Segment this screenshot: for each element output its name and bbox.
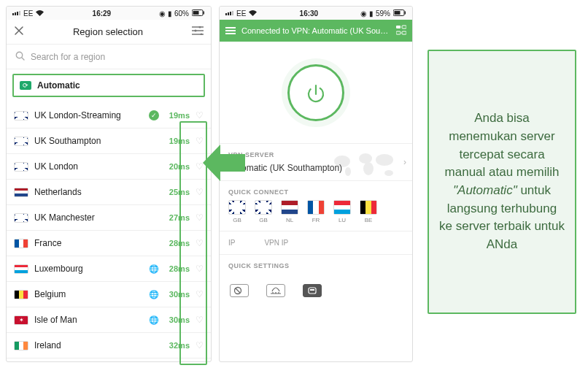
country-code: BE	[365, 217, 373, 223]
ping-value: 20ms	[165, 162, 190, 171]
flag-icon	[14, 341, 28, 350]
favorite-icon[interactable]: ♡	[196, 315, 204, 325]
close-icon[interactable]	[14, 26, 24, 38]
favorite-icon[interactable]: ♡	[196, 238, 204, 248]
svg-rect-1	[204, 11, 205, 14]
server-list[interactable]: UK London-Streaming✓19ms♡UK Southampton1…	[7, 103, 211, 361]
flag-icon	[14, 188, 28, 197]
server-row[interactable]: Luxembourg🌐28ms♡	[7, 256, 211, 282]
svg-rect-13	[402, 31, 406, 34]
power-button[interactable]	[287, 64, 344, 121]
automatic-option[interactable]: ⟳ Automatic	[12, 74, 205, 97]
ip-panel: IP VPN IP	[220, 231, 412, 255]
country-code: FR	[312, 217, 320, 223]
quick-connect-panel: QUICK CONNECT GBGBNLFRLUBE	[220, 181, 412, 231]
annotation-text: Anda bisa menemukan server tercepat seca…	[439, 110, 565, 253]
flag-icon	[14, 111, 28, 120]
vpn-server-panel[interactable]: VPN SERVER Automatic (UK Southampton) ›	[220, 144, 412, 181]
status-bar: EE 16:29 ◉ ▮ 60%	[7, 7, 211, 20]
flag-icon	[281, 200, 298, 215]
automatic-icon: ⟳	[20, 81, 31, 90]
server-name: Ireland	[34, 340, 159, 350]
globe-icon: 🌐	[149, 290, 159, 299]
server-name: Belgium	[34, 289, 143, 299]
chevron-right-icon: ›	[403, 157, 406, 167]
search-input[interactable]: Search for a region	[7, 45, 211, 69]
ping-value: 28ms	[165, 239, 190, 248]
svg-point-15	[334, 156, 350, 167]
annotation-box: Anda bisa menemukan server tercepat seca…	[428, 50, 576, 314]
flag-icon	[307, 200, 325, 215]
menu-icon[interactable]	[225, 27, 236, 34]
quick-connect-item[interactable]: BE	[360, 200, 377, 223]
quick-settings-title: QUICK SETTINGS	[228, 262, 403, 269]
clock-label: 16:30	[300, 9, 319, 18]
vpn-ip-label: VPN IP	[264, 239, 288, 247]
carrier-label: EE	[23, 9, 33, 18]
svg-point-5	[201, 34, 203, 36]
svg-point-18	[363, 162, 374, 175]
quick-connect-item[interactable]: LU	[333, 200, 351, 223]
connection-header: Connected to VPN: Automatic (UK Southamp…	[220, 20, 412, 42]
signal-icon	[225, 11, 233, 15]
connection-status: Connected to VPN: Automatic (UK Southamp…	[241, 26, 390, 35]
search-icon	[15, 51, 25, 63]
server-row[interactable]: ✶Isle of Man🌐30ms♡	[7, 307, 211, 333]
flag-icon	[360, 200, 377, 215]
favorite-icon[interactable]: ♡	[196, 187, 204, 197]
ping-value: 27ms	[165, 213, 190, 222]
server-row[interactable]: Belgium🌐30ms♡	[7, 282, 211, 307]
wifi-icon	[36, 10, 44, 17]
country-code: NL	[286, 217, 293, 223]
svg-point-4	[195, 30, 197, 32]
killswitch-setting-icon[interactable]	[230, 284, 249, 297]
status-indicators: ◉ ▮ 60%	[159, 9, 189, 18]
quick-connect-item[interactable]: NL	[281, 200, 298, 223]
favorite-icon[interactable]: ♡	[196, 110, 204, 120]
sort-icon[interactable]	[192, 26, 204, 37]
flag-icon	[14, 239, 28, 248]
server-name: UK Manchester	[34, 212, 159, 223]
server-name: Luxembourg	[34, 264, 143, 274]
server-row[interactable]: Ireland32ms♡	[7, 333, 211, 359]
server-row[interactable]: DE Frankfurt34ms♡	[7, 359, 211, 361]
quick-connect-item[interactable]: FR	[307, 200, 325, 223]
battery-icon	[192, 9, 205, 18]
server-name: UK Southampton	[34, 136, 159, 146]
flag-icon	[14, 290, 28, 299]
svg-point-16	[345, 167, 351, 176]
server-name: France	[34, 238, 159, 248]
favorite-icon[interactable]: ♡	[196, 289, 204, 299]
network-setting-icon[interactable]	[266, 284, 285, 297]
server-row[interactable]: UK Manchester27ms♡	[7, 205, 211, 231]
svg-rect-2	[193, 11, 199, 15]
status-indicators: ◉ ▮ 59%	[360, 9, 390, 18]
server-row[interactable]: France28ms♡	[7, 231, 211, 256]
flag-icon	[228, 200, 246, 215]
power-icon	[304, 81, 328, 104]
svg-point-19	[376, 154, 393, 166]
mace-setting-icon[interactable]	[303, 284, 322, 297]
server-row[interactable]: UK London-Streaming✓19ms♡	[7, 103, 211, 129]
server-row[interactable]: Netherlands25ms♡	[7, 180, 211, 205]
favorite-icon[interactable]: ♡	[196, 340, 204, 350]
favorite-icon[interactable]: ♡	[196, 212, 204, 223]
connected-screen: EE 16:30 ◉ ▮ 59% Connected to VPN: Autom…	[219, 6, 413, 362]
page-title: Region selection	[73, 26, 143, 37]
country-code: GB	[233, 217, 241, 223]
quick-connect-item[interactable]: GB	[228, 200, 246, 223]
ping-value: 25ms	[165, 188, 190, 196]
server-row[interactable]: UK Southampton19ms♡	[7, 129, 211, 154]
svg-point-20	[384, 170, 393, 176]
flag-icon	[14, 213, 28, 223]
quick-connect-item[interactable]: GB	[255, 200, 272, 223]
quick-connect-title: QUICK CONNECT	[228, 188, 403, 196]
favorite-icon[interactable]: ♡	[196, 264, 204, 274]
region-picker-icon[interactable]	[396, 25, 406, 37]
status-bar: EE 16:30 ◉ ▮ 59%	[220, 7, 412, 20]
server-row[interactable]: UK London20ms♡	[7, 154, 211, 180]
svg-rect-10	[396, 26, 401, 28]
server-name: UK London-Streaming	[34, 110, 143, 120]
svg-rect-8	[405, 11, 406, 14]
flag-icon	[14, 162, 28, 172]
